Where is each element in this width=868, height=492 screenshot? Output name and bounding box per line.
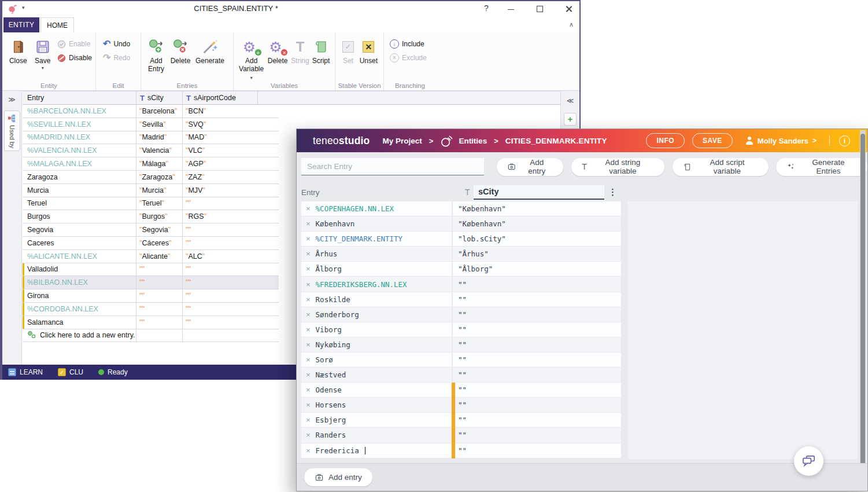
- table-row-modified[interactable]: ×Fredericia: [301, 443, 621, 458]
- add-variable-button[interactable]: ⚙+ AddVariable ▾: [237, 35, 265, 81]
- close-window-button[interactable]: [559, 3, 578, 15]
- delete-entry-icon[interactable]: ×: [306, 340, 311, 349]
- table-row[interactable]: %SEVILLE.NN.LEX Sevilla SVQ: [23, 118, 279, 131]
- airport-cell[interactable]: BCN: [182, 105, 257, 118]
- airport-cell[interactable]: MJV: [182, 184, 257, 197]
- delete-entry-icon[interactable]: ×: [306, 325, 311, 334]
- scrollbar-thumb[interactable]: [860, 134, 865, 472]
- scity-cell[interactable]: Barcelona: [136, 105, 182, 118]
- used-by-tab[interactable]: Used by: [4, 111, 20, 151]
- scity-cell[interactable]: Valencia: [136, 144, 182, 157]
- column-header-entry[interactable]: Entry: [23, 94, 136, 102]
- entry-cell[interactable]: ×København: [301, 216, 452, 232]
- delete-entry-icon[interactable]: ×: [306, 355, 311, 364]
- value-cell[interactable]: [453, 383, 621, 398]
- scity-cell[interactable]: Cáceres: [136, 237, 182, 249]
- airport-cell[interactable]: [182, 197, 257, 210]
- airport-cell[interactable]: AGP: [182, 157, 257, 170]
- value-cell[interactable]: [453, 428, 621, 443]
- breadcrumb-project[interactable]: My Project: [383, 137, 422, 145]
- table-row[interactable]: ×%FREDERIKSBERG.NN.LEX: [301, 277, 621, 292]
- delete-entry-icon[interactable]: ×: [306, 446, 311, 455]
- status-learn[interactable]: LEARN: [8, 368, 43, 376]
- table-row[interactable]: Teruel Teruel: [23, 197, 279, 211]
- entry-cell[interactable]: ×Horsens: [301, 398, 452, 413]
- scity-cell[interactable]: Madrid: [136, 131, 182, 144]
- table-row[interactable]: %MALAGA.NN.LEX Málaga AGP: [23, 157, 279, 171]
- table-row-modified[interactable]: ×Horsens: [301, 398, 621, 413]
- add-panel-button[interactable]: +: [564, 113, 577, 126]
- delete-entry-icon[interactable]: ×: [306, 280, 311, 289]
- table-row-modified[interactable]: ×Odense: [301, 383, 621, 398]
- info-circle-icon[interactable]: i: [839, 135, 850, 146]
- table-row[interactable]: Caceres Cáceres: [23, 237, 279, 250]
- value-cell[interactable]: [453, 443, 621, 458]
- scity-cell[interactable]: Alicante: [136, 250, 182, 263]
- entry-cell[interactable]: %CORDOBA.NN.LEX: [23, 303, 136, 315]
- entry-cell[interactable]: ×Nykøbing: [301, 337, 452, 353]
- airport-cell[interactable]: RGS: [182, 210, 257, 223]
- entry-cell[interactable]: Burgos: [23, 210, 136, 223]
- entry-cell[interactable]: Segovia: [23, 223, 136, 236]
- teneo-studio-logo[interactable]: teneostudio: [313, 135, 370, 147]
- value-cell[interactable]: København: [453, 216, 621, 232]
- include-button[interactable]: ↓ Include: [390, 39, 427, 49]
- table-row[interactable]: ×Roskilde: [301, 292, 621, 307]
- maximize-button[interactable]: [530, 3, 549, 15]
- delete-entry-icon[interactable]: ×: [306, 234, 311, 243]
- undo-button[interactable]: ↶ Undo: [103, 39, 130, 49]
- value-cell[interactable]: [453, 307, 621, 322]
- close-entity-button[interactable]: Close: [6, 35, 30, 65]
- entry-cell[interactable]: ×%CITY_DENMARK.ENTITY: [301, 232, 452, 247]
- value-cell[interactable]: [453, 277, 621, 292]
- airport-cell[interactable]: SVQ: [182, 118, 257, 131]
- entry-cell[interactable]: ×Ålborg: [301, 262, 452, 277]
- table-row[interactable]: ×Ålborg Ålborg: [301, 262, 621, 277]
- delete-entry-icon[interactable]: ×: [306, 265, 311, 273]
- column-header-sairportcode[interactable]: TsAirportCode: [182, 91, 257, 104]
- table-row[interactable]: ×Århus Århus: [301, 247, 621, 262]
- table-row[interactable]: ×Sønderborg: [301, 307, 621, 322]
- delete-entry-icon[interactable]: ×: [306, 416, 311, 424]
- delete-entry-icon[interactable]: ×: [306, 204, 311, 213]
- panel-collapse-icon[interactable]: ≪: [561, 91, 579, 105]
- column-menu-kebab-icon[interactable]: ⋮: [608, 187, 617, 197]
- search-entry-input[interactable]: [301, 158, 484, 175]
- value-cell[interactable]: [453, 292, 621, 307]
- entry-cell[interactable]: ×Odense: [301, 383, 452, 398]
- delete-entry-icon[interactable]: ×: [306, 385, 311, 394]
- tab-entity[interactable]: ENTITY: [3, 17, 39, 32]
- entry-cell[interactable]: ×Fredericia: [301, 443, 452, 458]
- table-row[interactable]: ×%COPENHAGEN.NN.LEX København: [301, 201, 621, 216]
- value-cell[interactable]: Århus: [453, 247, 621, 262]
- delete-entry-icon[interactable]: ×: [306, 370, 311, 379]
- entry-cell[interactable]: ×Sønderborg: [301, 307, 452, 322]
- breadcrumb-entities[interactable]: Entities: [459, 137, 487, 145]
- delete-entry-icon[interactable]: ×: [306, 401, 311, 409]
- entry-cell[interactable]: Murcia: [23, 184, 136, 197]
- add-entry-button[interactable]: AddEntry: [145, 35, 168, 74]
- variable-name-input[interactable]: [474, 185, 604, 200]
- delete-entry-icon[interactable]: ×: [306, 295, 311, 304]
- entry-cell[interactable]: %MADRID.NN.LEX: [23, 131, 136, 144]
- scity-cell[interactable]: Segovia: [136, 223, 182, 236]
- table-row[interactable]: Segovia Segovia: [23, 223, 279, 237]
- delete-entry-icon[interactable]: ×: [306, 310, 311, 319]
- add-script-variable-button[interactable]: Add script variable: [673, 158, 769, 176]
- table-row-selected[interactable]: %BILBAO.NN.LEX: [23, 276, 279, 289]
- airport-cell[interactable]: ALC: [182, 250, 257, 263]
- value-cell[interactable]: [453, 413, 621, 428]
- table-row[interactable]: ×Sorø: [301, 353, 621, 368]
- delete-variable-button[interactable]: ⚙× Delete: [265, 35, 290, 65]
- table-row[interactable]: %VALENCIA.NN.LEX Valencia VLC: [23, 144, 279, 157]
- entry-cell[interactable]: ×Randers: [301, 428, 452, 443]
- entry-cell[interactable]: ×%COPENHAGEN.NN.LEX: [301, 201, 452, 216]
- value-cell[interactable]: København: [453, 201, 621, 216]
- scity-cell[interactable]: [136, 303, 182, 315]
- value-cell[interactable]: [453, 368, 621, 383]
- scity-cell[interactable]: [136, 276, 182, 289]
- table-row[interactable]: ×%CITY_DENMARK.ENTITY lob.sCity: [301, 232, 621, 247]
- scity-cell[interactable]: Burgos: [136, 210, 182, 223]
- save-button[interactable]: SAVE: [692, 133, 733, 148]
- airport-cell[interactable]: [182, 237, 257, 249]
